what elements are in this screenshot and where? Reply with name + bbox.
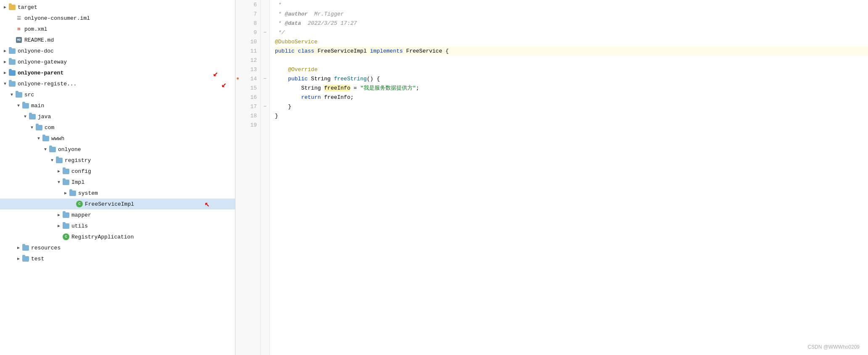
tree-item-registry-pkg[interactable]: registry — [0, 155, 235, 166]
gutter-8 — [261, 19, 269, 28]
gutter-15 — [261, 83, 269, 93]
tree-item-freeserviceimpl[interactable]: C FreeServiceImpl ↗ — [0, 199, 235, 209]
folder-icon-resources — [22, 244, 29, 252]
tree-item-com[interactable]: com — [0, 122, 235, 133]
tree-arrow-main[interactable] — [15, 102, 22, 109]
tree-arrow-impl[interactable] — [55, 179, 62, 185]
tree-arrow-src[interactable] — [8, 91, 15, 98]
tree-arrow-mapper[interactable] — [55, 212, 62, 218]
tree-arrow-test[interactable] — [15, 255, 22, 262]
code-line-7: * @author Mr.Tigger — [275, 9, 868, 19]
tree-arrow-java[interactable] — [22, 113, 29, 120]
tree-label-impl: Impl — [71, 179, 84, 185]
code-line-16: return freeInfo; — [275, 93, 868, 102]
tree-label-gateway: onlyone-gateway — [18, 59, 67, 65]
tree-item-onlyone[interactable]: onlyone — [0, 144, 235, 155]
tree-label-pom: pom.xml — [24, 26, 47, 32]
tree-label-test: test — [31, 256, 44, 262]
tree-label-system: system — [78, 190, 98, 196]
tree-item-system[interactable]: system — [0, 188, 235, 199]
tree-item-config[interactable]: config — [0, 166, 235, 177]
tree-label-parent: onlyone-parent — [18, 70, 63, 76]
code-space-14b — [331, 76, 334, 82]
tree-arrow-wwwh[interactable] — [35, 135, 42, 142]
tree-label-resources: resources — [31, 245, 61, 251]
code-var-freeinfo-16: freeInfo; — [324, 94, 354, 101]
folder-icon-target — [8, 3, 16, 11]
tree-item-resources[interactable]: resources — [0, 242, 235, 253]
code-indent-15 — [275, 85, 301, 91]
code-space-15a — [321, 85, 324, 91]
tree-arrow-registry-pkg[interactable] — [49, 157, 55, 164]
folder-icon-registry — [8, 80, 16, 87]
tree-item-regapp[interactable]: C RegistryApplication — [0, 231, 235, 242]
code-indent-14 — [275, 76, 288, 82]
code-string-type-15: String — [301, 85, 321, 91]
gutter-16 — [261, 93, 269, 102]
tree-arrow-onlyone[interactable] — [42, 146, 49, 153]
tree-item-impl[interactable]: Impl — [0, 177, 235, 188]
tree-label-config: config — [71, 168, 91, 175]
tree-arrow-resources[interactable] — [15, 244, 22, 251]
tree-item-gateway[interactable]: onlyone-gateway — [0, 56, 235, 67]
tree-label-target: target — [18, 4, 37, 11]
code-space-11c — [367, 48, 370, 54]
folder-icon-java — [29, 113, 36, 120]
code-kw-class-11: class — [298, 48, 314, 54]
tree-item-target[interactable]: target — [0, 2, 235, 13]
tree-arrow-registry[interactable] — [2, 80, 8, 87]
folder-icon-impl — [62, 178, 70, 186]
tree-arrow-config[interactable] — [55, 168, 62, 175]
code-line-12 — [275, 56, 868, 65]
folder-icon-registry-pkg — [55, 156, 63, 164]
tree-item-registry[interactable]: onlyone-registe... ↙ — [0, 78, 235, 89]
line-num-19: 19 — [235, 120, 260, 130]
tree-arrow-utils[interactable] — [55, 223, 62, 229]
code-class-name: FreeServiceImpl — [317, 48, 367, 54]
tree-arrow-parent[interactable] — [2, 69, 8, 76]
tree-item-utils[interactable]: utils — [0, 220, 235, 231]
code-line-8: * @data 2022/3/25 17:27 — [275, 19, 868, 28]
tree-item-readme[interactable]: MD README.md — [0, 34, 235, 45]
tree-item-wwwh[interactable]: wwwh — [0, 133, 235, 144]
code-brace-11: { — [442, 48, 449, 54]
gutter-icon-14: ● — [236, 76, 239, 82]
folder-icon-onlyone — [49, 146, 56, 153]
folder-icon-doc — [8, 47, 16, 55]
tree-item-mapper[interactable]: mapper — [0, 209, 235, 220]
tree-item-pom[interactable]: m pom.xml — [0, 24, 235, 34]
code-annotation-dubbo: @DubboService — [275, 39, 317, 45]
tree-item-doc[interactable]: onlyone-doc — [0, 45, 235, 56]
tree-label-iml: onlyone-consumer.iml — [24, 15, 90, 21]
code-kw-public-11: public — [275, 48, 295, 54]
folder-icon-test — [22, 255, 29, 262]
code-brace-close-18: } — [275, 113, 278, 119]
folder-icon-system — [69, 189, 77, 197]
folder-icon-gateway — [8, 58, 16, 66]
tree-item-parent[interactable]: onlyone-parent ↙ — [0, 67, 235, 78]
line-num-11: 11 — [235, 46, 260, 56]
code-string-val: "我是服务数据提供方" — [360, 84, 416, 92]
line-num-6: 6 — [235, 0, 260, 9]
code-line-17: } — [275, 102, 868, 111]
tree-arrow-target[interactable] — [2, 4, 8, 11]
code-space-11b — [314, 48, 318, 54]
tree-arrow-gateway[interactable] — [2, 58, 8, 65]
tree-arrow-com[interactable] — [29, 124, 35, 131]
code-line-15: String freeInfo = "我是服务数据提供方" ; — [275, 83, 868, 93]
tree-label-readme: README.md — [24, 37, 54, 43]
code-fn-freestring: freeString — [334, 76, 367, 82]
code-editor: 6 7 8 9 10 11 12 13 ● 14 15 16 17 18 19 … — [235, 0, 868, 355]
code-data-val: 2022/3/25 17:27 — [301, 20, 357, 26]
tree-item-src[interactable]: src — [0, 89, 235, 100]
code-comment-6: * — [275, 2, 285, 8]
tree-arrow-doc[interactable] — [2, 48, 8, 54]
tree-item-java[interactable]: java — [0, 111, 235, 122]
tree-item-main[interactable]: main — [0, 100, 235, 111]
code-author-val: Mr.Tigger — [308, 11, 344, 17]
gutter-10 — [261, 37, 269, 46]
tree-item-test[interactable]: test — [0, 253, 235, 264]
folder-icon-main — [22, 102, 29, 109]
tree-item-iml[interactable]: ☰ onlyone-consumer.iml — [0, 13, 235, 24]
tree-arrow-system[interactable] — [62, 190, 69, 196]
